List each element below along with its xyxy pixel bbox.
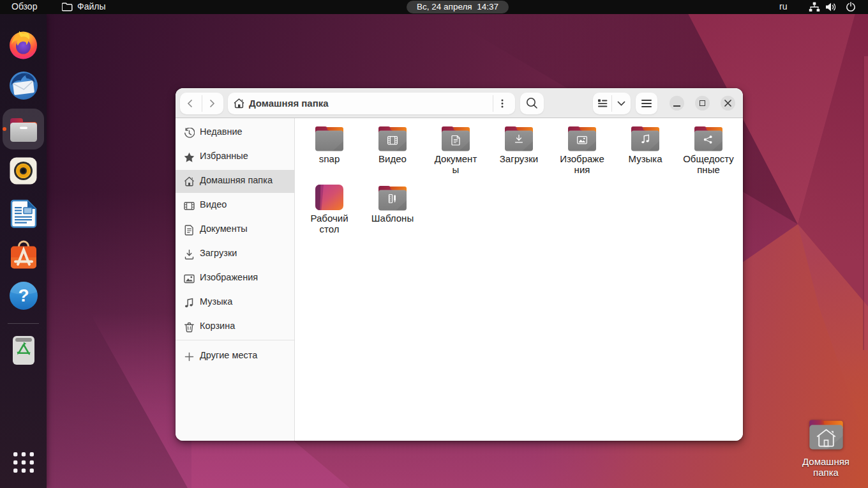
svg-text:?: ? [18,286,29,305]
